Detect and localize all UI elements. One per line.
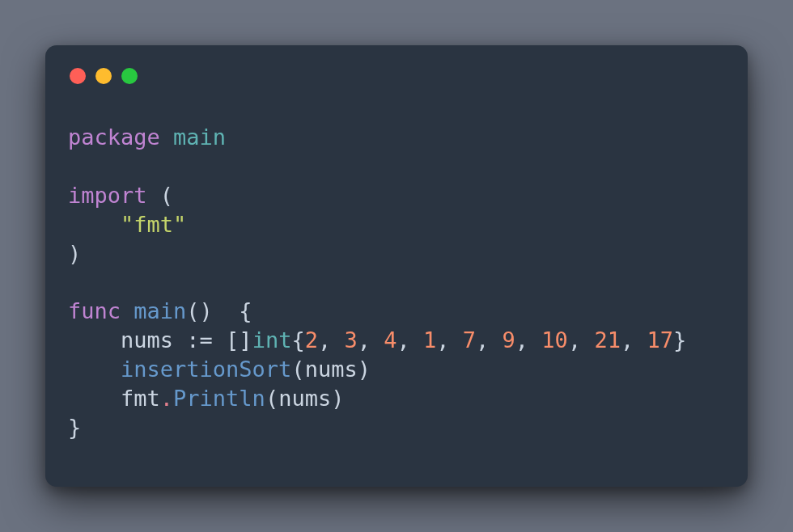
slice-brackets: []: [226, 327, 252, 353]
keyword-func: func: [68, 298, 121, 323]
comma: ,: [397, 327, 424, 353]
paren-close: ): [331, 386, 344, 411]
indent: [68, 357, 121, 382]
space: [147, 183, 160, 208]
num-literal: 3: [344, 327, 357, 353]
num-literal: 7: [463, 327, 476, 353]
arg-nums: nums: [278, 386, 331, 411]
package-name: main: [173, 125, 226, 150]
code-window: package main import ( "fmt" ) func main(…: [45, 45, 748, 487]
assign-op: :=: [186, 327, 213, 353]
num-literal: 9: [503, 327, 515, 353]
num-literal: 17: [647, 327, 673, 353]
comma: ,: [358, 327, 384, 353]
code-block: package main import ( "fmt" ) func main(…: [68, 123, 725, 442]
space: [160, 125, 173, 150]
space: [213, 327, 226, 353]
space: [173, 327, 186, 353]
brace-close: }: [673, 327, 686, 353]
keyword-import: import: [68, 183, 147, 208]
minimize-icon[interactable]: [95, 68, 112, 84]
indent: [68, 327, 121, 353]
paren-close: ): [358, 357, 371, 382]
space: [121, 298, 134, 323]
comma: ,: [318, 327, 345, 353]
comma: ,: [621, 327, 647, 353]
brace-open: {: [239, 298, 252, 323]
paren-open: (: [291, 357, 304, 382]
dot-op: .: [160, 386, 173, 411]
var-nums: nums: [121, 327, 173, 353]
import-string: "fmt": [121, 212, 186, 237]
num-literal: 1: [423, 327, 436, 353]
paren-open: (: [160, 183, 173, 208]
func-call-insertionsort: insertionSort: [121, 357, 291, 382]
brace-open: {: [291, 327, 304, 353]
window-controls: [68, 65, 725, 84]
comma: ,: [568, 327, 595, 353]
num-literal: 4: [384, 327, 396, 353]
indent: [68, 212, 121, 237]
num-literal: 2: [305, 327, 318, 353]
func-call-println: Println: [173, 386, 265, 411]
space: [213, 298, 240, 323]
arg-nums: nums: [305, 357, 358, 382]
comma: ,: [436, 327, 463, 353]
pkg-fmt: fmt: [121, 386, 160, 411]
paren-close: ): [68, 241, 81, 266]
type-int: int: [252, 327, 292, 353]
paren-open: (: [265, 386, 278, 411]
num-literal: 10: [541, 327, 568, 353]
comma: ,: [476, 327, 503, 353]
brace-close: }: [68, 415, 81, 440]
zoom-icon[interactable]: [121, 68, 138, 84]
num-literal: 21: [594, 327, 621, 353]
comma: ,: [515, 327, 542, 353]
keyword-package: package: [68, 125, 160, 150]
parens: (): [186, 298, 213, 323]
indent: [68, 386, 121, 411]
close-icon[interactable]: [70, 68, 86, 84]
func-name-main: main: [134, 298, 186, 323]
